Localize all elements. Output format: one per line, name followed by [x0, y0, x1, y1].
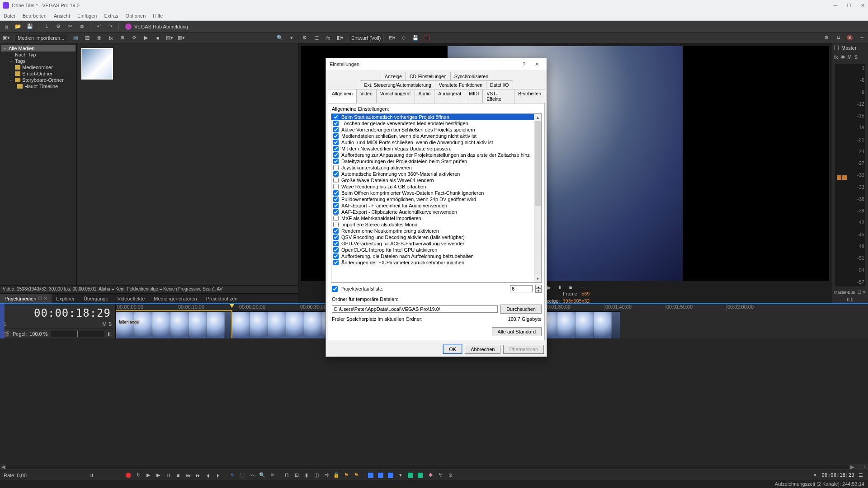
preview-stop-icon[interactable]: ■ [567, 284, 574, 291]
option-checkbox[interactable] [333, 216, 339, 221]
send1-button[interactable] [407, 472, 414, 479]
snap-event-icon[interactable]: ◫ [313, 472, 320, 479]
reset-defaults-button[interactable]: Alle auf Standard [492, 327, 542, 336]
media-gear-icon[interactable]: ⚙ [119, 34, 126, 42]
record-button[interactable] [125, 472, 132, 479]
option-checkbox[interactable] [333, 133, 339, 139]
crop-icon[interactable]: ◇ [400, 34, 407, 42]
tab-projektmedien[interactable]: Projektmedien☐ ✕ [0, 294, 52, 303]
tab-edit[interactable]: Bearbeiten [514, 89, 545, 103]
master-solo-button[interactable]: S [854, 54, 858, 60]
refresh-icon[interactable]: ⟳ [131, 34, 138, 42]
media-fx-icon[interactable]: fx [107, 34, 114, 42]
option-row[interactable]: Wave Rendering bis zu 4 GB erlauben [331, 183, 541, 190]
hub-logout-link[interactable]: VEGAS Hub Abmeldung [134, 24, 188, 29]
tree-medienordner[interactable]: Medienordner [1, 64, 75, 70]
tab-allgemein[interactable]: Allgemein [328, 89, 357, 103]
media-import-button[interactable]: Medien importieren... [14, 34, 67, 42]
timeline-scrollbar[interactable]: ◀ ▶ − + [0, 464, 868, 470]
option-row[interactable]: Audio- und MIDI-Ports schließen, wenn di… [331, 139, 541, 145]
option-row[interactable]: AAF-Export - Frameeinheit für Audio verw… [331, 202, 541, 209]
import-dropdown-icon[interactable]: ▣▾ [3, 34, 10, 42]
option-checkbox[interactable] [333, 114, 339, 120]
option-row[interactable]: Aufforderung zur Anpassung der Projektei… [331, 152, 541, 158]
pause-button[interactable]: ⏸ [165, 472, 172, 479]
get-media-icon[interactable]: 🖼 [84, 34, 91, 42]
envelope-tool[interactable]: 〰 [249, 472, 256, 479]
browse-button[interactable]: Durchsuchen [500, 305, 542, 314]
option-row[interactable]: Große Wave-Dateien als Wave64 rendern [331, 177, 541, 183]
option-checkbox[interactable] [333, 184, 339, 189]
open-icon[interactable]: 📂 [14, 23, 22, 30]
master-fx-button[interactable]: fx [834, 54, 838, 60]
tab-video[interactable]: Video [356, 89, 377, 103]
grid-icon[interactable]: ▦▾ [178, 34, 185, 42]
option-row[interactable]: Aufforderung, die Dateien nach Aufzeichn… [331, 253, 541, 259]
menu-bearbeiten[interactable]: Bearbeiten [23, 13, 47, 19]
snap-grid-icon[interactable]: ⊞ [293, 472, 300, 479]
track-more-icon[interactable]: ⏸ [107, 331, 112, 337]
option-checkbox[interactable] [333, 253, 339, 259]
tab-sync[interactable]: Synchronisieren [450, 72, 492, 80]
video-clip-1[interactable]: fallen ange [116, 311, 231, 338]
option-row[interactable]: Löschen der gerade verwendeten Mediendat… [331, 120, 541, 127]
playhead-marker-icon[interactable] [230, 304, 234, 309]
menu-datei[interactable]: Datei [4, 13, 15, 19]
track-solo-button[interactable]: S [108, 321, 112, 327]
play-start-button[interactable]: ▶ [145, 472, 152, 479]
option-checkbox[interactable] [333, 165, 339, 170]
play-button[interactable]: ▶ [155, 472, 162, 479]
marker-flag-icon[interactable]: ⚑ [343, 472, 350, 479]
region-flag-icon[interactable]: ⚑ [353, 472, 360, 479]
tab-cd[interactable]: CD-Einstellungen [406, 72, 451, 80]
prev-frame-button[interactable]: ⏴ [204, 472, 212, 479]
dim-icon[interactable]: 🔇 [846, 34, 854, 42]
video-fx-icon[interactable]: fx [325, 34, 332, 42]
menu-optionen[interactable]: Optionen [126, 13, 146, 19]
track-mute-button[interactable]: M [102, 321, 106, 327]
option-checkbox[interactable] [333, 260, 339, 265]
option-row[interactable]: Mit dem Newsfeed kein Vegas Update verpa… [331, 145, 541, 152]
tree-haupt-timeline[interactable]: Haupt-Timeline [1, 83, 75, 89]
option-checkbox[interactable] [333, 241, 339, 246]
mixer-sliders-icon[interactable]: ⚌ [858, 34, 865, 42]
cut-icon[interactable]: ✂ [66, 23, 74, 30]
menu-ansicht[interactable]: Ansicht [54, 13, 70, 19]
transport-timecode[interactable]: 00:00:18:29 [821, 472, 854, 478]
list-scrollbar[interactable]: ▲ ▼ [534, 114, 541, 282]
option-checkbox[interactable] [333, 209, 339, 215]
option-checkbox[interactable] [333, 152, 339, 158]
menu-hilfe[interactable]: Hilfe [153, 13, 163, 19]
capture-icon[interactable]: 📹 [72, 34, 79, 42]
general-options-list[interactable]: Beim Start automatisch vorheriges Projek… [331, 113, 542, 283]
option-row[interactable]: OpenCL/GL Interop für Intel GPU aktivier… [331, 247, 541, 253]
normal-edit-tool[interactable]: ↖ [229, 472, 236, 479]
track-color-strip[interactable] [0, 304, 5, 338]
hw-icon[interactable]: ⊗ [447, 472, 454, 479]
tree-tags[interactable]: +Tags [1, 58, 75, 64]
play-media-icon[interactable]: ▶ [142, 34, 150, 42]
option-checkbox[interactable] [333, 171, 339, 177]
option-row[interactable]: Dateityzuordnungen der Projektdateien be… [331, 158, 541, 164]
option-row[interactable]: Beim Öffnen komprimierter Wave-Dateien F… [331, 190, 541, 196]
scroll-right-icon[interactable]: ▶ [849, 464, 855, 470]
scroll-up-icon[interactable]: ▲ [534, 114, 541, 121]
dialog-help-button[interactable]: ? [518, 61, 530, 67]
loop-button[interactable]: ↻ [135, 472, 142, 479]
spin-down-icon[interactable]: ▾ [535, 289, 542, 293]
mode3-button[interactable] [387, 472, 394, 479]
minimize-button[interactable]: ─ [833, 3, 838, 8]
media-thumbnails[interactable] [77, 43, 298, 285]
record-indicator-icon[interactable] [424, 35, 430, 41]
send2-button[interactable] [417, 472, 424, 479]
overlay-icon[interactable]: ⊞▾ [388, 34, 396, 42]
ok-button[interactable]: OK [443, 345, 462, 354]
master-close-icon[interactable]: ☐ ✕ [858, 290, 866, 295]
split-screen-icon[interactable]: ◧▾ [336, 34, 344, 42]
option-checkbox[interactable] [333, 247, 339, 253]
tab-uebergaenge[interactable]: Übergänge [79, 294, 113, 303]
selection-tool[interactable]: ⬚ [239, 472, 246, 479]
option-row[interactable]: Joystickunterstützung aktivieren [331, 164, 541, 171]
option-row[interactable]: Automatische Erkennung von 360°-Material… [331, 171, 541, 177]
option-checkbox[interactable] [333, 159, 339, 164]
